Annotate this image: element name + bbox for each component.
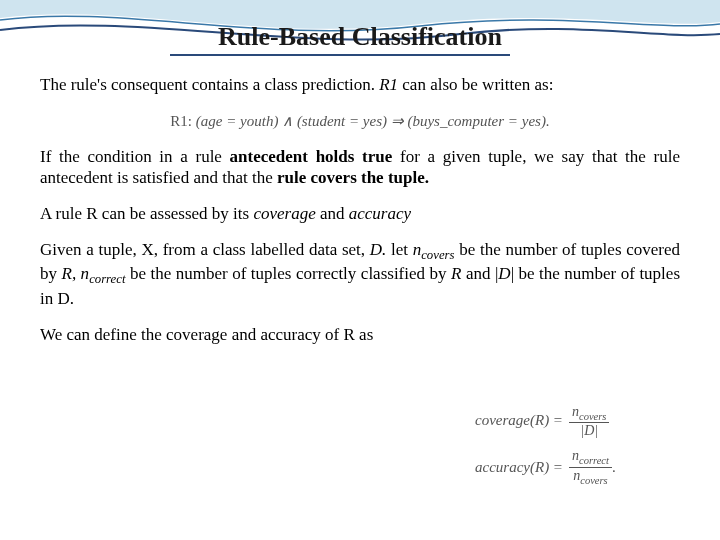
eq2-lhs: accuracy(R) = (475, 459, 563, 476)
p4-c: let (386, 240, 412, 259)
p4-i: be the number of tuples correctly classi… (125, 264, 451, 283)
p3-c: and (316, 204, 349, 223)
paragraph-4: Given a tuple, X, from a class labelled … (40, 239, 680, 310)
rule-formula-row: R1: (age = youth) ∧ (student = yes) ⇒ (b… (40, 110, 680, 132)
eq2-den: ncovers (570, 468, 610, 486)
eq1-lhs: coverage(R) = (475, 412, 563, 429)
p1-r1: R1 (379, 75, 398, 94)
p1-text-a: The rule's consequent contains a class p… (40, 75, 379, 94)
p3-d: accuracy (349, 204, 411, 223)
paragraph-2: If the condition in a rule antecedent ho… (40, 146, 680, 190)
p2-a: If the condition in a rule (40, 147, 230, 166)
p5-text: We can define the coverage and accuracy … (40, 325, 373, 344)
p2-d: rule covers the tuple. (277, 168, 429, 187)
p4-h: correct (89, 273, 125, 287)
p3-b: coverage (253, 204, 315, 223)
p2-b: antecedent holds true (230, 147, 393, 166)
p4-j: R (451, 264, 461, 283)
equations-block: coverage(R) = ncovers |D| accuracy(R) = … (475, 404, 680, 496)
eq2-tail: . (612, 459, 616, 476)
paragraph-5: We can define the coverage and accuracy … (40, 324, 680, 346)
p4-a: Given a tuple, X, from a class labelled … (40, 240, 370, 259)
rule-formula: R1: (age = youth) ∧ (student = yes) ⇒ (b… (170, 112, 549, 131)
p4-d: n (413, 240, 422, 259)
paragraph-3: A rule R can be assessed by its coverage… (40, 203, 680, 225)
title-underline (170, 54, 510, 56)
accuracy-equation: accuracy(R) = ncorrect ncovers . (475, 448, 680, 486)
eq1-num: ncovers (569, 404, 609, 422)
coverage-equation: coverage(R) = ncovers |D| (475, 404, 680, 439)
eq2-fraction: ncorrect ncovers (569, 448, 612, 486)
p4-g: R, n (62, 264, 90, 283)
p4-l: D (498, 264, 510, 283)
formula-body: (age = youth) ∧ (student = yes) ⇒ (buys_… (196, 113, 550, 129)
slide-content: The rule's consequent contains a class p… (40, 74, 680, 360)
eq1-fraction: ncovers |D| (569, 404, 609, 439)
p3-a: A rule R can be assessed by its (40, 204, 253, 223)
p4-e: covers (421, 248, 454, 262)
eq2-num: ncorrect (569, 448, 612, 466)
p1-text-c: can also be written as: (398, 75, 553, 94)
slide-title: Rule-Based Classification (0, 22, 720, 52)
eq1-den: |D| (577, 423, 601, 438)
paragraph-1: The rule's consequent contains a class p… (40, 74, 680, 96)
p4-k: and | (461, 264, 498, 283)
formula-prefix: R1: (170, 113, 195, 129)
p4-b: D. (370, 240, 387, 259)
